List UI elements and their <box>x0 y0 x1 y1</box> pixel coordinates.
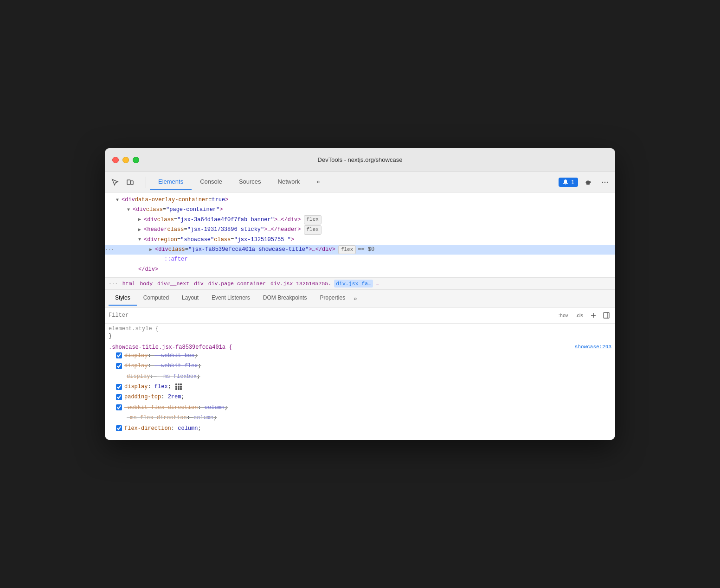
tab-more[interactable]: » <box>308 174 328 190</box>
toolbar-right: 1 <box>559 176 611 189</box>
tree-toggle[interactable]: ▶ <box>138 216 144 224</box>
element-style-block: element.style { } <box>109 326 611 339</box>
breadcrumb-item-html[interactable]: html <box>121 280 137 288</box>
flex-badge: flex <box>304 215 321 224</box>
tree-dots: ··· <box>105 246 114 254</box>
breadcrumb-item-jsx-1325[interactable]: div.jsx-1325105755. <box>269 280 333 288</box>
showcase-title-block: .showcase-title.jsx-fa8539efcca401a { sh… <box>109 344 611 434</box>
svg-point-2 <box>602 181 603 182</box>
tab-styles[interactable]: Styles <box>109 291 137 306</box>
tab-more-inspector[interactable]: » <box>352 291 359 306</box>
hov-filter-button[interactable]: :hov <box>556 311 571 320</box>
html-panel: ▼ <div data-overlay-container= true > ▼ … <box>105 192 615 278</box>
rule-source[interactable]: showcase:293 <box>575 344 611 350</box>
devtools-toolbar: Elements Console Sources Network » 1 <box>105 172 615 192</box>
svg-point-3 <box>604 181 605 182</box>
tab-properties[interactable]: Properties <box>314 291 352 306</box>
css-checkbox[interactable] <box>116 352 122 358</box>
breadcrumb-item-more[interactable]: … <box>374 280 381 288</box>
pseudo-element: ::after <box>164 255 187 264</box>
tree-line[interactable]: ▶ <header class="jsx-1931733896 sticky">… <box>105 225 615 235</box>
svg-rect-5 <box>604 313 609 318</box>
css-prop-line: display: --webkit-box; <box>109 351 611 361</box>
breadcrumb-item-jsx-fa[interactable]: div.jsx-fa… <box>334 280 373 288</box>
toggle-sidebar-button[interactable] <box>601 310 611 320</box>
breadcrumb-dots: ··· <box>109 281 118 286</box>
styles-panel: :hov .cls elemen <box>105 307 615 440</box>
tree-line[interactable]: ▼ <div class="page-container" > <box>105 205 615 215</box>
titlebar: DevTools - nextjs.org/showcase <box>105 148 615 172</box>
inspector-tabs: Styles Computed Layout Event Listeners D… <box>105 290 615 307</box>
filter-bar: :hov .cls <box>105 307 615 324</box>
notification-badge[interactable]: 1 <box>559 178 578 187</box>
flex-badge: flex <box>304 225 321 235</box>
tree-toggle[interactable]: ▼ <box>116 197 122 204</box>
css-prop-line: display: flex; <box>109 382 611 392</box>
nav-tabs: Elements Console Sources Network » <box>150 174 559 190</box>
tab-computed[interactable]: Computed <box>137 291 175 306</box>
svg-rect-1 <box>131 181 133 185</box>
tab-console[interactable]: Console <box>192 174 231 190</box>
tree-line[interactable]: ▼ <div region="showcase" class="jsx-1325… <box>105 235 615 245</box>
devtools-window: DevTools - nextjs.org/showcase Elements <box>105 148 615 440</box>
css-prop-line: -ms-flex-direction: column; <box>109 413 611 423</box>
tab-elements[interactable]: Elements <box>150 174 192 190</box>
tree-toggle[interactable]: ▼ <box>127 206 133 214</box>
tree-line[interactable]: ▼ <div data-overlay-container= true > <box>105 195 615 205</box>
toolbar-divider <box>146 177 146 188</box>
tree-toggle[interactable]: ▼ <box>138 236 144 243</box>
maximize-button[interactable] <box>133 157 139 163</box>
css-prop-line: flex-direction: column; <box>109 423 611 434</box>
rule-header: .showcase-title.jsx-fa8539efcca401a { sh… <box>109 344 611 351</box>
tab-sources[interactable]: Sources <box>231 174 270 190</box>
breadcrumb-item-div[interactable]: div <box>192 280 206 288</box>
tab-network[interactable]: Network <box>270 174 309 190</box>
tree-line[interactable]: ▶ <div class="jsx-3a64d1ae4f0f7fab banne… <box>105 215 615 225</box>
css-checkbox[interactable] <box>116 425 122 431</box>
cls-filter-button[interactable]: .cls <box>573 311 586 320</box>
tree-line-selected[interactable]: ··· ▶ <div class="jsx-fa8539efcca401a sh… <box>105 245 615 255</box>
css-checkbox[interactable] <box>116 363 122 369</box>
minimize-button[interactable] <box>122 157 129 163</box>
settings-button[interactable] <box>582 176 595 189</box>
rule-selector[interactable]: .showcase-title.jsx-fa8539efcca401a { <box>109 344 232 351</box>
tree-line[interactable]: ::after <box>105 255 615 264</box>
device-toolbar-button[interactable] <box>123 176 136 189</box>
breadcrumb-bar: ··· html body div#__next div div.page-co… <box>105 278 615 290</box>
filter-input[interactable] <box>109 312 553 319</box>
css-checkbox[interactable] <box>116 404 122 410</box>
traffic-lights <box>112 157 139 163</box>
tab-dom-breakpoints[interactable]: DOM Breakpoints <box>257 291 314 306</box>
toolbar-icons <box>109 176 136 189</box>
css-rules: element.style { } .showcase-title.jsx-fa… <box>105 324 615 440</box>
breadcrumb-item-page-container[interactable]: div.page-container <box>206 280 268 288</box>
css-prop-line: -webkit-flex-direction: column; <box>109 403 611 413</box>
window-title: DevTools - nextjs.org/showcase <box>318 156 403 163</box>
flex-badge: flex <box>338 245 356 255</box>
css-prop-line: display: --webkit-flex; <box>109 361 611 371</box>
tree-toggle[interactable]: ▶ <box>138 226 144 234</box>
css-prop-line: display: --ms-flexbox; <box>109 371 611 382</box>
filter-right: :hov .cls <box>556 310 611 320</box>
flex-grid-icon[interactable] <box>175 383 182 390</box>
css-prop-line: padding-top: 2rem; <box>109 392 611 402</box>
svg-point-4 <box>607 181 608 182</box>
css-checkbox[interactable] <box>116 394 122 400</box>
tab-event-listeners[interactable]: Event Listeners <box>205 291 257 306</box>
tab-layout[interactable]: Layout <box>175 291 205 306</box>
svg-rect-0 <box>127 180 130 185</box>
close-button[interactable] <box>112 157 119 163</box>
tree-line[interactable]: </div> <box>105 265 615 275</box>
tree-toggle[interactable]: ▶ <box>149 246 155 254</box>
inspect-element-button[interactable] <box>109 176 122 189</box>
element-style-selector: element.style { <box>109 326 611 332</box>
breadcrumb-item-next[interactable]: div#__next <box>155 280 191 288</box>
add-style-button[interactable] <box>588 310 598 320</box>
element-style-close: } <box>109 333 611 339</box>
css-checkbox[interactable] <box>116 384 122 390</box>
more-options-button[interactable] <box>598 176 611 189</box>
breadcrumb-item-body[interactable]: body <box>138 280 154 288</box>
